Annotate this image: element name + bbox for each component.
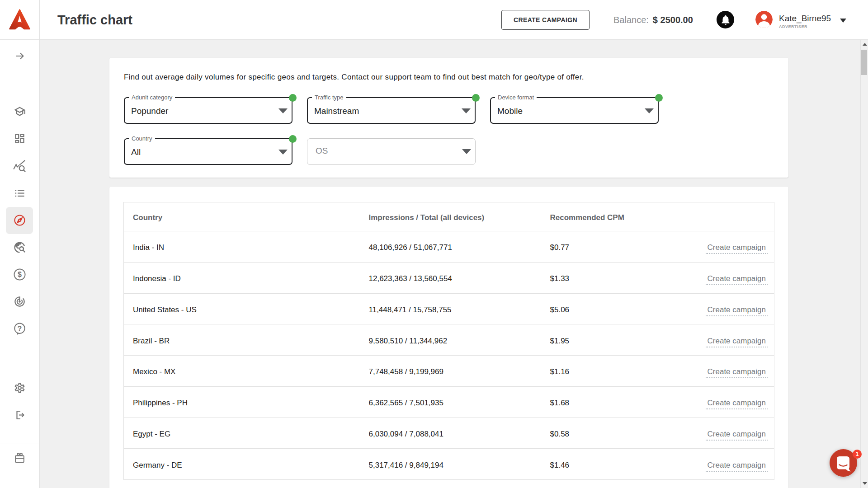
svg-text:?: ? [18,325,22,333]
svg-text:$: $ [18,271,22,278]
